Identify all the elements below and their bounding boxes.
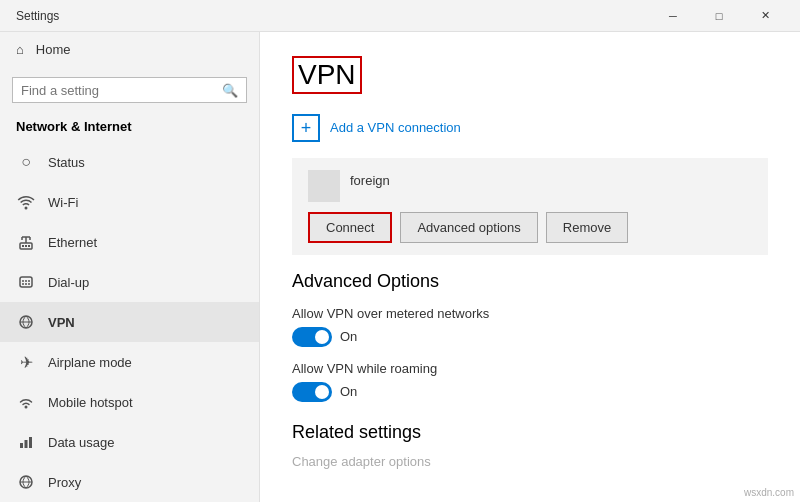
sidebar-item-label: Proxy — [48, 475, 81, 490]
svg-point-16 — [25, 406, 28, 409]
svg-rect-3 — [28, 245, 30, 247]
dialup-icon — [16, 272, 36, 292]
add-vpn-icon: + — [292, 114, 320, 142]
search-icon: 🔍 — [222, 83, 238, 98]
change-adapter-options-link[interactable]: Change adapter options — [292, 454, 431, 469]
sidebar-item-label: Mobile hotspot — [48, 395, 133, 410]
content-area: VPN + Add a VPN connection foreign Conne… — [260, 32, 800, 502]
add-vpn-label: Add a VPN connection — [330, 120, 461, 135]
status-icon: ○ — [16, 152, 36, 172]
search-box[interactable]: 🔍 — [12, 77, 247, 103]
roaming-toggle-text: On — [340, 384, 357, 399]
ethernet-icon — [16, 232, 36, 252]
sidebar-item-status[interactable]: ○ Status — [0, 142, 259, 182]
page-title: VPN — [292, 56, 362, 94]
search-input[interactable] — [21, 83, 222, 98]
vpn-entry-icon — [308, 170, 340, 202]
advanced-options-button[interactable]: Advanced options — [400, 212, 537, 243]
metered-toggle-container: On — [292, 327, 768, 347]
metered-toggle-text: On — [340, 329, 357, 344]
sidebar-item-hotspot[interactable]: Mobile hotspot — [0, 382, 259, 422]
roaming-toggle[interactable] — [292, 382, 332, 402]
sidebar: ⌂ Home 🔍 Network & Internet ○ Status Wi-… — [0, 32, 260, 502]
sidebar-item-label: VPN — [48, 315, 75, 330]
svg-point-9 — [22, 280, 24, 282]
svg-point-14 — [28, 283, 30, 285]
connect-button[interactable]: Connect — [308, 212, 392, 243]
sidebar-section-label: Network & Internet — [0, 113, 259, 142]
sidebar-item-label: Airplane mode — [48, 355, 132, 370]
sidebar-item-label: Data usage — [48, 435, 115, 450]
close-button[interactable]: ✕ — [742, 0, 788, 32]
vpn-entry-name: foreign — [350, 173, 390, 188]
sidebar-item-label: Dial-up — [48, 275, 89, 290]
metered-networks-row: Allow VPN over metered networks On — [292, 306, 768, 347]
airplane-icon: ✈ — [16, 352, 36, 372]
sidebar-item-label: Status — [48, 155, 85, 170]
sidebar-item-label: Ethernet — [48, 235, 97, 250]
sidebar-item-dialup[interactable]: Dial-up — [0, 262, 259, 302]
roaming-row: Allow VPN while roaming On — [292, 361, 768, 402]
main-layout: ⌂ Home 🔍 Network & Internet ○ Status Wi-… — [0, 32, 800, 502]
sidebar-item-home[interactable]: ⌂ Home — [0, 32, 259, 67]
titlebar-title: Settings — [16, 9, 59, 23]
metered-networks-label: Allow VPN over metered networks — [292, 306, 768, 321]
hotspot-icon — [16, 392, 36, 412]
svg-rect-1 — [22, 245, 24, 247]
add-vpn-button[interactable]: + Add a VPN connection — [292, 114, 768, 142]
minimize-button[interactable]: ─ — [650, 0, 696, 32]
vpn-buttons: Connect Advanced options Remove — [308, 212, 752, 243]
sidebar-item-airplane[interactable]: ✈ Airplane mode — [0, 342, 259, 382]
svg-point-12 — [22, 283, 24, 285]
metered-networks-toggle[interactable] — [292, 327, 332, 347]
watermark: wsxdn.com — [744, 487, 794, 498]
vpn-card: foreign Connect Advanced options Remove — [292, 158, 768, 255]
sidebar-item-wifi[interactable]: Wi-Fi — [0, 182, 259, 222]
svg-rect-17 — [20, 443, 23, 448]
advanced-options-title: Advanced Options — [292, 271, 768, 292]
titlebar-controls: ─ □ ✕ — [650, 0, 788, 32]
svg-rect-19 — [29, 437, 32, 448]
wifi-icon — [16, 192, 36, 212]
sidebar-item-label: Wi-Fi — [48, 195, 78, 210]
proxy-icon — [16, 472, 36, 492]
svg-point-11 — [28, 280, 30, 282]
advanced-options-section: Advanced Options Allow VPN over metered … — [292, 271, 768, 402]
roaming-label: Allow VPN while roaming — [292, 361, 768, 376]
related-settings-section: Related settings Change adapter options — [292, 422, 768, 469]
maximize-button[interactable]: □ — [696, 0, 742, 32]
svg-rect-18 — [25, 440, 28, 448]
vpn-icon — [16, 312, 36, 332]
sidebar-item-datausage[interactable]: Data usage — [0, 422, 259, 462]
svg-point-10 — [25, 280, 27, 282]
svg-rect-2 — [25, 245, 27, 247]
roaming-toggle-container: On — [292, 382, 768, 402]
related-settings-title: Related settings — [292, 422, 768, 443]
sidebar-item-proxy[interactable]: Proxy — [0, 462, 259, 502]
home-icon: ⌂ — [16, 42, 24, 57]
titlebar: Settings ─ □ ✕ — [0, 0, 800, 32]
remove-button[interactable]: Remove — [546, 212, 628, 243]
svg-point-13 — [25, 283, 27, 285]
sidebar-item-vpn[interactable]: VPN — [0, 302, 259, 342]
sidebar-item-ethernet[interactable]: Ethernet — [0, 222, 259, 262]
sidebar-home-label: Home — [36, 42, 71, 57]
vpn-card-header: foreign — [308, 170, 752, 202]
datausage-icon — [16, 432, 36, 452]
